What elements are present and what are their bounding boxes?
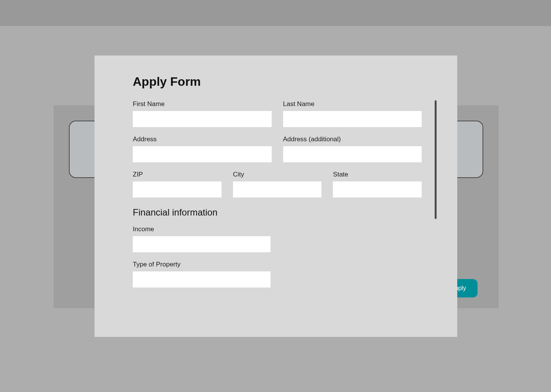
state-label: State <box>333 171 422 178</box>
state-input[interactable] <box>333 181 422 198</box>
last-name-input[interactable] <box>283 111 422 127</box>
top-bar <box>0 0 551 26</box>
city-input[interactable] <box>233 181 322 198</box>
scrollbar-thumb[interactable] <box>435 100 437 219</box>
property-type-label: Type of Property <box>133 261 271 268</box>
property-type-input[interactable] <box>133 271 271 287</box>
first-name-label: First Name <box>133 100 272 108</box>
address2-input[interactable] <box>283 146 422 162</box>
income-label: Income <box>133 225 271 233</box>
financial-section-title: Financial information <box>133 207 436 218</box>
first-name-input[interactable] <box>133 111 272 127</box>
form-scroll-area: First Name Last Name Address Address (ad… <box>133 100 436 287</box>
address2-label: Address (additional) <box>283 136 422 143</box>
address-label: Address <box>133 136 272 143</box>
apply-form-modal: Apply Form First Name Last Name Address … <box>95 56 457 337</box>
zip-label: ZIP <box>133 171 222 178</box>
address-input[interactable] <box>133 146 272 162</box>
income-input[interactable] <box>133 236 271 252</box>
last-name-label: Last Name <box>283 100 422 108</box>
zip-input[interactable] <box>133 181 222 198</box>
city-label: City <box>233 171 322 178</box>
modal-title: Apply Form <box>133 75 436 89</box>
